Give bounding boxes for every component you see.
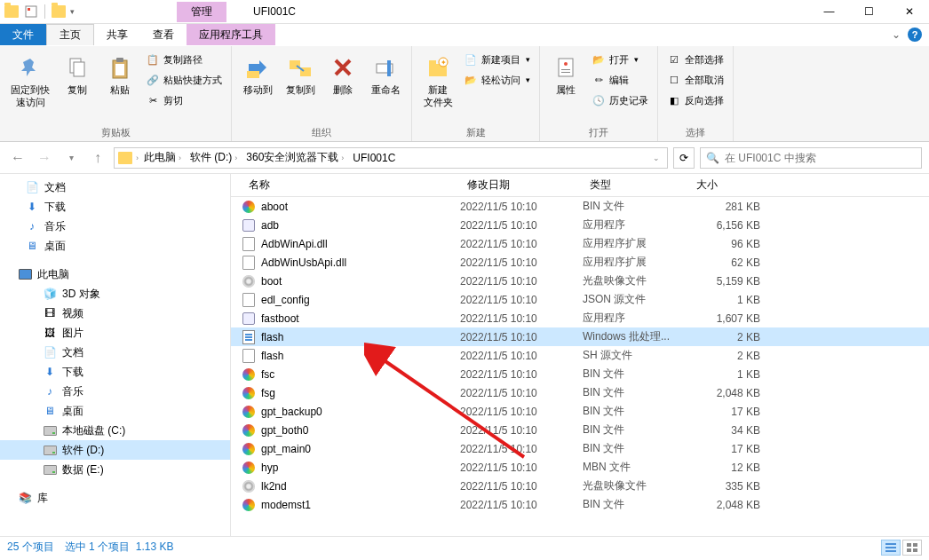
tree-item-this-pc[interactable]: 此电脑 xyxy=(0,264,230,284)
file-row[interactable]: modemst12022/11/5 10:10BIN 文件2,048 KB xyxy=(231,495,929,514)
column-name[interactable]: 名称 xyxy=(242,174,460,196)
breadcrumb[interactable]: › 此电脑› 软件 (D:)› 360安全浏览器下载› UFI001C ⌄ xyxy=(114,147,668,169)
tab-file[interactable]: 文件 xyxy=(0,24,46,45)
move-to-button[interactable]: 移动到 xyxy=(237,50,278,99)
ribbon: 固定到快 速访问 复制 粘贴 📋复制路径 🔗粘贴快捷方式 ✂剪切 剪贴板 移动到 xyxy=(0,46,929,142)
tree-item-disk-d[interactable]: 软件 (D:) xyxy=(0,440,230,460)
icons-view-button[interactable] xyxy=(902,540,922,556)
file-row[interactable]: gpt_both02022/11/5 10:10BIN 文件34 KB xyxy=(231,421,929,439)
file-row[interactable]: gpt_backup02022/11/5 10:10BIN 文件17 KB xyxy=(231,402,929,421)
navigation-pane[interactable]: 📄文档 ⬇下载 ♪音乐 🖥桌面 此电脑 🧊3D 对象 🎞视频 🖼图片 📄文档 ⬇… xyxy=(0,174,231,536)
pin-to-quick-access-button[interactable]: 固定到快 速访问 xyxy=(5,50,55,113)
details-view-button[interactable] xyxy=(881,540,901,556)
copy-button[interactable]: 复制 xyxy=(57,50,98,99)
select-none-button[interactable]: ☐全部取消 xyxy=(663,70,727,90)
search-box[interactable]: 🔍 xyxy=(700,147,922,169)
open-group-label: 打开 xyxy=(545,124,652,139)
tree-item-disk-c[interactable]: 本地磁盘 (C:) xyxy=(0,421,230,440)
refresh-button[interactable]: ⟳ xyxy=(673,147,695,169)
quick-access-toolbar: ▾ xyxy=(0,4,75,20)
svg-rect-18 xyxy=(561,69,570,70)
tree-item-documents[interactable]: 📄文档 xyxy=(0,343,230,362)
file-row[interactable]: gpt_main02022/11/5 10:10BIN 文件17 KB xyxy=(231,439,929,458)
move-icon xyxy=(243,53,272,82)
svg-rect-26 xyxy=(913,548,917,552)
copy-path-button[interactable]: 📋复制路径 xyxy=(142,50,226,69)
search-input[interactable] xyxy=(725,152,916,164)
qat-properties-icon[interactable] xyxy=(23,4,39,20)
new-folder-button[interactable]: ✦ 新建 文件夹 xyxy=(417,50,458,113)
delete-button[interactable]: 删除 xyxy=(322,50,363,99)
tab-view[interactable]: 查看 xyxy=(140,24,187,45)
qat-dropdown-icon[interactable]: ▾ xyxy=(70,7,75,16)
file-row[interactable]: flash2022/11/5 10:10Windows 批处理...2 KB xyxy=(231,327,929,346)
file-row[interactable]: flash2022/11/5 10:10SH 源文件2 KB xyxy=(231,346,929,365)
tree-item-libraries[interactable]: 📚库 xyxy=(0,488,230,508)
folder-icon xyxy=(4,4,20,20)
file-size: 5,159 KB xyxy=(689,275,769,288)
copy-to-button[interactable]: 复制到 xyxy=(280,50,321,99)
rename-button[interactable]: 重命名 xyxy=(365,50,406,99)
up-button[interactable]: ↑ xyxy=(87,147,108,169)
file-row[interactable]: boot2022/11/5 10:10光盘映像文件5,159 KB xyxy=(231,272,929,290)
file-name: AdbWinApi.dll xyxy=(261,238,328,250)
chevron-right-icon[interactable]: › xyxy=(136,154,139,162)
tree-item-downloads[interactable]: ⬇下载 xyxy=(0,197,230,217)
back-button[interactable]: ← xyxy=(7,147,28,169)
chevron-down-icon[interactable]: ⌄ xyxy=(653,154,660,162)
tree-item-pictures[interactable]: 🖼图片 xyxy=(0,323,230,343)
file-row[interactable]: adb2022/11/5 10:10应用程序6,156 KB xyxy=(231,216,929,234)
properties-button[interactable]: 属性 xyxy=(545,50,586,99)
file-row[interactable]: lk2nd2022/11/5 10:10光盘映像文件335 KB xyxy=(231,477,929,495)
file-row[interactable]: fastboot2022/11/5 10:10应用程序1,607 KB xyxy=(231,309,929,327)
open-button[interactable]: 📂打开▾ xyxy=(588,50,652,69)
tree-item-music[interactable]: ♪音乐 xyxy=(0,382,230,401)
tree-item-desktop[interactable]: 🖥桌面 xyxy=(0,401,230,421)
help-icon[interactable]: ? xyxy=(908,28,922,42)
minimize-button[interactable]: ― xyxy=(809,0,849,24)
file-row[interactable]: AdbWinUsbApi.dll2022/11/5 10:10应用程序扩展62 … xyxy=(231,253,929,272)
tree-item-desktop[interactable]: 🖥桌面 xyxy=(0,236,230,256)
tree-item-3d-objects[interactable]: 🧊3D 对象 xyxy=(0,284,230,304)
tab-share[interactable]: 共享 xyxy=(94,24,140,45)
forward-button[interactable]: → xyxy=(34,147,55,169)
tree-item-downloads[interactable]: ⬇下载 xyxy=(0,362,230,382)
file-row[interactable]: fsg2022/11/5 10:10BIN 文件2,048 KB xyxy=(231,383,929,402)
file-icon xyxy=(242,442,256,456)
close-button[interactable]: ✕ xyxy=(889,0,929,24)
breadcrumb-item[interactable]: 360安全浏览器下载› xyxy=(242,150,347,165)
file-row[interactable]: aboot2022/11/5 10:10BIN 文件281 KB xyxy=(231,197,929,216)
select-all-button[interactable]: ☑全部选择 xyxy=(663,50,727,69)
easy-access-button[interactable]: 📂轻松访问▾ xyxy=(460,70,534,90)
tree-item-videos[interactable]: 🎞视频 xyxy=(0,304,230,323)
file-list[interactable]: aboot2022/11/5 10:10BIN 文件281 KBadb2022/… xyxy=(231,197,929,536)
tab-home[interactable]: 主页 xyxy=(46,24,94,45)
tab-app-tools[interactable]: 应用程序工具 xyxy=(187,24,275,45)
file-row[interactable]: fsc2022/11/5 10:10BIN 文件1 KB xyxy=(231,365,929,383)
column-date[interactable]: 修改日期 xyxy=(460,174,583,196)
column-size[interactable]: 大小 xyxy=(689,174,769,196)
invert-selection-button[interactable]: ◧反向选择 xyxy=(663,91,727,110)
breadcrumb-item[interactable]: UFI001C xyxy=(349,152,399,164)
breadcrumb-item[interactable]: 软件 (D:)› xyxy=(187,150,241,165)
file-icon xyxy=(242,461,256,475)
breadcrumb-item[interactable]: 此电脑› xyxy=(140,150,185,165)
cut-button[interactable]: ✂剪切 xyxy=(142,91,226,110)
svg-rect-13 xyxy=(429,60,436,64)
file-row[interactable]: edl_config2022/11/5 10:10JSON 源文件1 KB xyxy=(231,290,929,309)
ribbon-collapse-icon[interactable]: ⌄ xyxy=(892,28,901,41)
paste-shortcut-button[interactable]: 🔗粘贴快捷方式 xyxy=(142,70,226,90)
maximize-button[interactable]: ☐ xyxy=(849,0,889,24)
paste-button[interactable]: 粘贴 xyxy=(99,50,140,99)
tree-item-documents[interactable]: 📄文档 xyxy=(0,177,230,197)
tree-item-disk-e[interactable]: 数据 (E:) xyxy=(0,460,230,479)
file-row[interactable]: hyp2022/11/5 10:10MBN 文件12 KB xyxy=(231,458,929,477)
tree-item-music[interactable]: ♪音乐 xyxy=(0,217,230,236)
recent-locations-button[interactable]: ▾ xyxy=(60,147,82,169)
file-row[interactable]: AdbWinApi.dll2022/11/5 10:10应用程序扩展96 KB xyxy=(231,234,929,253)
file-size: 2,048 KB xyxy=(689,387,769,399)
history-button[interactable]: 🕓历史记录 xyxy=(588,91,652,110)
column-type[interactable]: 类型 xyxy=(583,174,689,196)
new-item-button[interactable]: 📄新建项目▾ xyxy=(460,50,534,69)
edit-button[interactable]: ✏编辑 xyxy=(588,70,652,90)
